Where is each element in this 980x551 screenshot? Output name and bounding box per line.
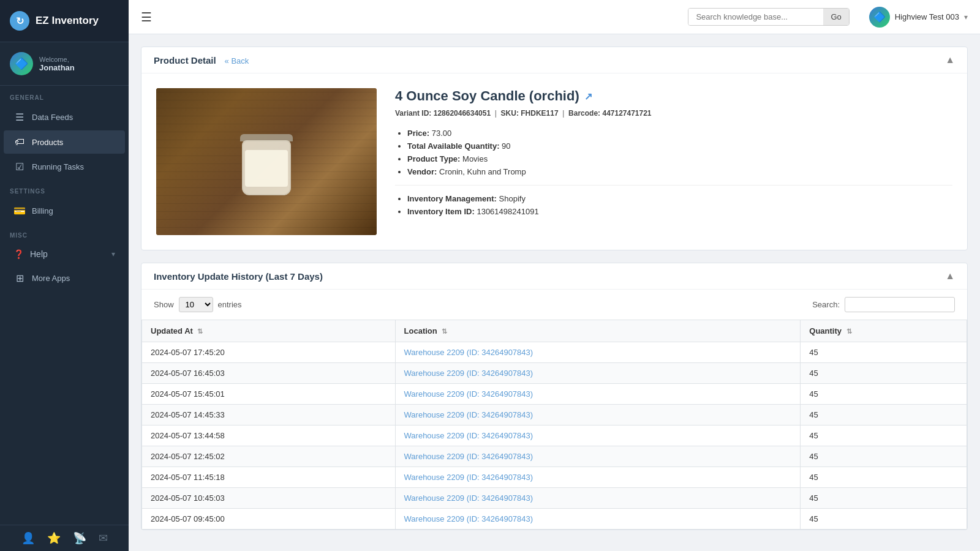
topbar-chevron-icon: ▾ bbox=[964, 13, 968, 21]
cell-updated-at: 2024-05-07 10:45:03 bbox=[142, 488, 396, 509]
sidebar-item-running-tasks[interactable]: ☑ Running Tasks bbox=[4, 155, 125, 179]
inv-mgmt-value: Shopify bbox=[499, 194, 526, 203]
attrs-divider bbox=[395, 185, 952, 186]
sidebar-item-billing[interactable]: 💳 Billing bbox=[4, 199, 125, 223]
sidebar-item-more-apps[interactable]: ⊞ More Apps bbox=[4, 266, 125, 290]
back-link[interactable]: « Back bbox=[225, 56, 249, 66]
variant-id-value: 12862046634051 bbox=[434, 109, 491, 118]
table-row: 2024-05-07 11:45:18 Warehouse 2209 (ID: … bbox=[142, 467, 967, 488]
sidebar-item-data-feeds[interactable]: ☰ Data Feeds bbox=[4, 105, 125, 129]
sku-value: FHDKE117 bbox=[521, 109, 558, 118]
sidebar-logo: ↻ EZ Inventory bbox=[0, 0, 129, 42]
cell-quantity: 45 bbox=[801, 425, 967, 446]
jar-body bbox=[242, 140, 291, 195]
topbar: ☰ Go 🔷 Highview Test 003 ▾ bbox=[129, 0, 980, 34]
cell-location: Warehouse 2209 (ID: 34264907843) bbox=[395, 405, 801, 425]
inventory-attributes: Inventory Management: Shopify Inventory … bbox=[395, 194, 952, 216]
knowledge-base-search: Go bbox=[688, 8, 849, 26]
vendor-value: Cronin, Kuhn and Tromp bbox=[439, 167, 526, 176]
sidebar: ↻ EZ Inventory 🔷 Welcome, Jonathan GENER… bbox=[0, 0, 129, 551]
table-body: 2024-05-07 17:45:20 Warehouse 2209 (ID: … bbox=[142, 342, 967, 530]
price-attribute: Price: 73.00 bbox=[407, 129, 952, 138]
sidebar-bottom-icons: 👤 ⭐ 📡 ✉ bbox=[0, 525, 129, 551]
cell-updated-at: 2024-05-07 14:45:33 bbox=[142, 405, 396, 425]
table-header-row: Updated At ⇅ Location ⇅ Quantity ⇅ bbox=[142, 320, 967, 342]
inventory-history-title: Inventory Update History (Last 7 Days) bbox=[154, 271, 323, 282]
product-attributes: Price: 73.00 Total Available Quantity: 9… bbox=[395, 129, 952, 176]
table-search-input[interactable] bbox=[845, 297, 955, 312]
help-icon: ❓ bbox=[13, 249, 24, 259]
inventory-history-header: Inventory Update History (Last 7 Days) ▲ bbox=[141, 263, 967, 290]
search-go-button[interactable]: Go bbox=[823, 9, 848, 25]
user-info: Welcome, Jonathan bbox=[39, 56, 75, 72]
sort-icon: ⇅ bbox=[846, 328, 852, 335]
vendor-label: Vendor: bbox=[407, 167, 437, 176]
topbar-avatar: 🔷 bbox=[869, 7, 890, 28]
star-icon[interactable]: ⭐ bbox=[47, 531, 61, 545]
product-name: 4 Ounce Soy Candle (orchid) ↗ bbox=[395, 88, 952, 104]
inventory-panel-collapse-button[interactable]: ▲ bbox=[945, 271, 955, 282]
cell-location: Warehouse 2209 (ID: 34264907843) bbox=[395, 488, 801, 509]
product-panel-collapse-button[interactable]: ▲ bbox=[945, 54, 955, 66]
sidebar-item-label: Products bbox=[32, 138, 63, 147]
sidebar-item-label: Data Feeds bbox=[32, 113, 73, 122]
cell-updated-at: 2024-05-07 16:45:03 bbox=[142, 363, 396, 384]
cell-updated-at: 2024-05-07 11:45:18 bbox=[142, 467, 396, 488]
qty-label: Total Available Quantity: bbox=[407, 141, 499, 151]
cell-quantity: 45 bbox=[801, 384, 967, 405]
product-info: 4 Ounce Soy Candle (orchid) ↗ Variant ID… bbox=[395, 88, 952, 235]
product-image bbox=[156, 88, 377, 235]
cell-updated-at: 2024-05-07 15:45:01 bbox=[142, 384, 396, 405]
general-section-label: GENERAL bbox=[0, 86, 129, 105]
sidebar-item-help[interactable]: ❓ Help ▾ bbox=[4, 243, 125, 265]
cell-quantity: 45 bbox=[801, 446, 967, 467]
topbar-user[interactable]: 🔷 Highview Test 003 ▾ bbox=[869, 7, 968, 28]
sidebar-user: 🔷 Welcome, Jonathan bbox=[0, 42, 129, 86]
main-area: ☰ Go 🔷 Highview Test 003 ▾ Product Detai… bbox=[129, 0, 980, 551]
product-detail-body: 4 Ounce Soy Candle (orchid) ↗ Variant ID… bbox=[141, 73, 967, 250]
user-name-label: Jonathan bbox=[39, 63, 75, 72]
table-row: 2024-05-07 14:45:33 Warehouse 2209 (ID: … bbox=[142, 405, 967, 425]
sidebar-item-products[interactable]: 🏷 Products bbox=[4, 130, 125, 154]
cell-updated-at: 2024-05-07 13:44:58 bbox=[142, 425, 396, 446]
grid-icon: ⊞ bbox=[13, 272, 26, 284]
sidebar-item-label: More Apps bbox=[32, 274, 70, 283]
help-left: ❓ Help bbox=[13, 249, 48, 259]
table-controls: Show 10 25 50 100 entries Search: bbox=[141, 290, 967, 320]
cell-location: Warehouse 2209 (ID: 34264907843) bbox=[395, 425, 801, 446]
cell-updated-at: 2024-05-07 09:45:00 bbox=[142, 509, 396, 530]
product-detail-panel: Product Detail « Back ▲ bbox=[141, 47, 968, 250]
hamburger-menu-icon[interactable]: ☰ bbox=[141, 10, 152, 24]
misc-section-label: MISC bbox=[0, 223, 129, 242]
col-quantity[interactable]: Quantity ⇅ bbox=[801, 320, 967, 342]
sort-icon: ⇅ bbox=[197, 328, 203, 335]
cell-location: Warehouse 2209 (ID: 34264907843) bbox=[395, 467, 801, 488]
external-link-icon[interactable]: ↗ bbox=[584, 91, 592, 102]
type-value: Movies bbox=[462, 154, 488, 163]
entries-select[interactable]: 10 25 50 100 bbox=[179, 297, 213, 312]
cell-location: Warehouse 2209 (ID: 34264907843) bbox=[395, 384, 801, 405]
person-icon[interactable]: 👤 bbox=[21, 531, 35, 545]
col-location[interactable]: Location ⇅ bbox=[395, 320, 801, 342]
mail-icon[interactable]: ✉ bbox=[99, 531, 108, 545]
settings-section-label: SETTINGS bbox=[0, 179, 129, 198]
feed-icon[interactable]: 📡 bbox=[73, 531, 86, 545]
inv-mgmt-label: Inventory Management: bbox=[407, 194, 497, 203]
table-row: 2024-05-07 09:45:00 Warehouse 2209 (ID: … bbox=[142, 509, 967, 530]
tag-icon: 🏷 bbox=[13, 137, 26, 148]
cell-quantity: 45 bbox=[801, 363, 967, 384]
cell-quantity: 45 bbox=[801, 488, 967, 509]
qty-value: 90 bbox=[502, 141, 510, 151]
col-updated-at[interactable]: Updated At ⇅ bbox=[142, 320, 396, 342]
type-attribute: Product Type: Movies bbox=[407, 154, 952, 163]
user-welcome-label: Welcome, bbox=[39, 56, 75, 63]
cell-location: Warehouse 2209 (ID: 34264907843) bbox=[395, 446, 801, 467]
sku-label: SKU: bbox=[501, 109, 519, 118]
search-input[interactable] bbox=[688, 9, 823, 25]
cell-updated-at: 2024-05-07 12:45:02 bbox=[142, 446, 396, 467]
tasks-icon: ☑ bbox=[13, 161, 26, 173]
barcode-value: 447127471721 bbox=[602, 109, 651, 118]
app-name: EZ Inventory bbox=[36, 15, 99, 27]
table-row: 2024-05-07 15:45:01 Warehouse 2209 (ID: … bbox=[142, 384, 967, 405]
inventory-table: Updated At ⇅ Location ⇅ Quantity ⇅ bbox=[141, 320, 967, 530]
